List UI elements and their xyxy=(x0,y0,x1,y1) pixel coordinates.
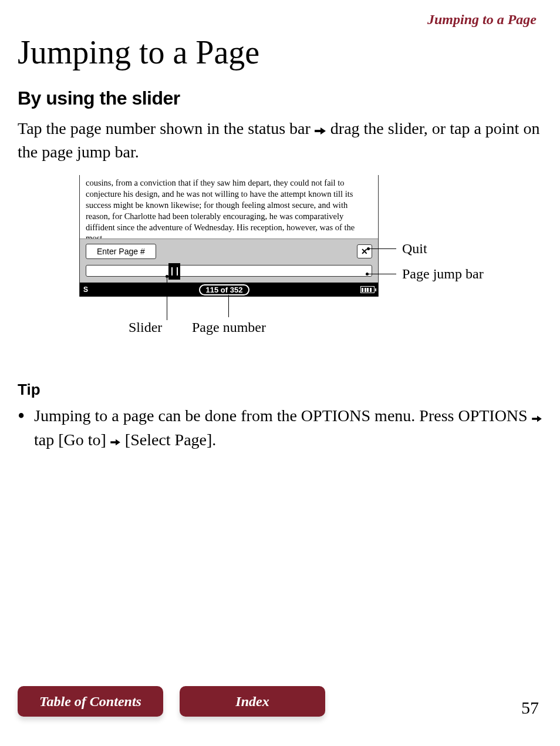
jump-control-panel: Enter Page # ✕ xyxy=(80,238,378,283)
callout-page-number-label: Page number xyxy=(192,320,266,335)
page-number: 57 xyxy=(521,698,539,718)
callout-quit: Quit xyxy=(367,241,427,257)
tip-list: Jumping to a page can be done from the O… xyxy=(18,405,542,452)
arrow-right-icon xyxy=(315,119,326,142)
reader-frame: cousins, from a conviction that if they … xyxy=(79,175,379,297)
callout-slider xyxy=(167,275,168,320)
status-bar: S 115 of 352 xyxy=(80,283,378,297)
callout-slider-label: Slider xyxy=(129,320,162,335)
slider-handle[interactable] xyxy=(168,263,180,280)
section-subheading: By using the slider xyxy=(18,88,542,109)
tip-text-pre: Jumping to a page can be done from the O… xyxy=(34,406,528,425)
battery-icon xyxy=(360,286,375,293)
page-number-indicator[interactable]: 115 of 352 xyxy=(199,284,250,295)
section-body: Tap the page number shown in the status … xyxy=(18,117,542,163)
arrow-right-icon xyxy=(532,406,542,429)
status-left-indicator: S xyxy=(83,285,88,294)
diagram-figure: cousins, from a conviction that if they … xyxy=(79,175,542,357)
index-button[interactable]: Index xyxy=(180,686,325,717)
page-jump-bar[interactable] xyxy=(86,265,372,277)
tip-heading: Tip xyxy=(18,381,542,399)
tip-text-post: [Select Page]. xyxy=(125,431,217,449)
toc-button[interactable]: Table of Contents xyxy=(18,686,163,717)
running-header: Jumping to a Page xyxy=(18,12,537,28)
callout-page-number xyxy=(228,295,229,317)
callout-page-jump-bar: Page jump bar xyxy=(366,266,484,282)
body-text-pre: Tap the page number shown in the status … xyxy=(18,119,311,137)
enter-page-button[interactable]: Enter Page # xyxy=(86,244,156,259)
tip-item: Jumping to a page can be done from the O… xyxy=(18,405,542,452)
arrow-right-icon xyxy=(110,430,121,452)
reader-page-snippet: cousins, from a conviction that if they … xyxy=(80,175,378,238)
tip-text-mid: tap [Go to] xyxy=(34,431,106,449)
footer-buttons: Table of Contents Index xyxy=(18,686,325,717)
page-title: Jumping to a Page xyxy=(18,33,542,71)
